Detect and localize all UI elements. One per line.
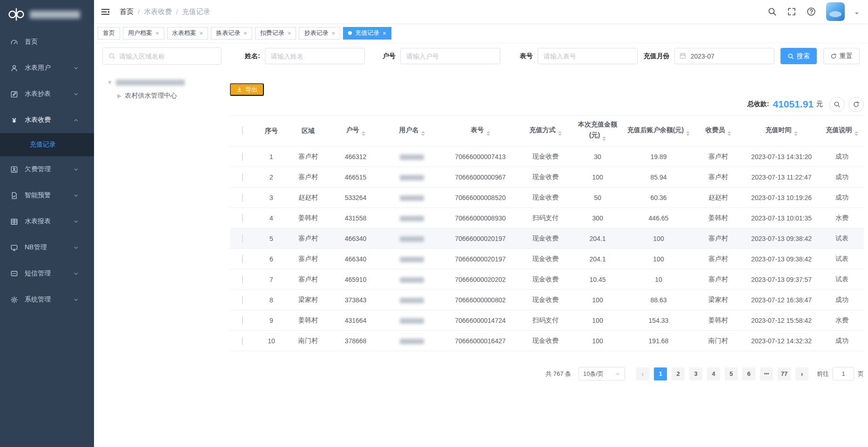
table-row[interactable]: 4姜韩村43155870666000008930扫码支付300446.65姜韩村… [230, 208, 864, 228]
column-header-7[interactable]: 本次充值金额 (元) [572, 116, 624, 147]
cell-meter-no: 70666000000802 [441, 290, 519, 310]
row-checkbox[interactable] [242, 153, 243, 161]
tab-home[interactable]: 首页 [98, 27, 120, 40]
caret-down-icon[interactable]: ▼ [107, 79, 113, 86]
column-header-6[interactable]: 充值方式 [519, 116, 572, 147]
tab-close-icon[interactable]: × [155, 30, 159, 36]
row-checkbox[interactable] [242, 316, 243, 325]
search-button[interactable]: 搜索 [781, 48, 817, 64]
table-row[interactable]: 5寨卢村46634070666000020197现金收费204.1100寨卢村2… [230, 228, 864, 249]
table-row[interactable]: 10南门村37866870666000016427现金收费100191.68南门… [230, 331, 864, 351]
row-checkbox[interactable] [242, 193, 243, 202]
name-filter-input[interactable] [265, 48, 365, 64]
table-row[interactable]: 3赵赵村53326470666000008520现金收费5060.36赵赵村20… [230, 187, 864, 208]
sidebar-item-billing[interactable]: ¥水表收费 [0, 107, 94, 133]
tab-meter-archive[interactable]: 水表档案× [167, 27, 209, 40]
reset-button[interactable]: 重置 [823, 48, 860, 64]
account-filter-input[interactable] [400, 48, 500, 64]
row-checkbox[interactable] [242, 296, 243, 304]
row-checkbox[interactable] [242, 275, 243, 284]
goto-page-input[interactable] [833, 367, 854, 380]
sidebar-item-arrears[interactable]: 欠费管理 [0, 156, 94, 182]
tree-child-node[interactable]: ▶ 农村供水管理中心 [102, 92, 222, 100]
hamburger-icon[interactable] [101, 7, 110, 17]
sidebar-item-system[interactable]: 系统管理 [0, 287, 94, 313]
table-row[interactable]: 1寨卢村46631270666000007413现金收费3019.89寨卢村20… [230, 147, 864, 167]
month-picker-input[interactable] [674, 48, 774, 64]
sidebar-item-home[interactable]: 首页 [0, 29, 94, 55]
row-checkbox[interactable] [242, 337, 243, 345]
tab-deduction[interactable]: 扣费记录× [255, 27, 296, 40]
next-page-button[interactable]: › [795, 367, 808, 380]
page-button-4[interactable]: 4 [707, 367, 720, 380]
sort-caret-icon[interactable] [421, 129, 425, 138]
column-header-10[interactable]: 充值时间 [743, 116, 820, 147]
search-icon[interactable] [767, 7, 777, 16]
sort-caret-icon[interactable] [362, 129, 365, 138]
tab-meter-reading[interactable]: 抄表记录× [299, 27, 340, 40]
sort-caret-icon[interactable] [794, 129, 798, 138]
tab-close-icon[interactable]: × [243, 30, 247, 36]
select-all-header[interactable] [230, 116, 255, 147]
table-row[interactable]: 7寨卢村46591070666000020202现金收费10.4510寨卢村20… [230, 269, 864, 290]
sidebar-item-users[interactable]: 水表用户 [0, 55, 94, 81]
fullscreen-icon[interactable] [787, 7, 796, 16]
page-ellipsis-button[interactable]: ••• [760, 367, 773, 380]
prev-page-button[interactable]: ‹ [636, 367, 649, 380]
help-icon[interactable] [807, 7, 816, 16]
sort-caret-icon[interactable] [602, 134, 606, 143]
tab-close-icon[interactable]: × [383, 30, 386, 36]
column-header-9[interactable]: 收费员 [693, 116, 743, 147]
table-row[interactable]: 9姜韩村43166470666000014724扫码支付100154.33姜韩村… [230, 310, 864, 331]
page-button-6[interactable]: 6 [742, 367, 755, 380]
select-all-checkbox[interactable] [242, 127, 243, 135]
summary-search-button[interactable] [829, 97, 845, 112]
page-button-1[interactable]: 1 [654, 367, 667, 380]
column-header-11[interactable]: 充值说明 [820, 116, 864, 147]
sidebar-item-label: 首页 [25, 38, 38, 46]
page-button-77[interactable]: 77 [778, 367, 791, 380]
column-header-4[interactable]: 用户名 [383, 116, 441, 147]
tab-meter-change[interactable]: 换表记录× [211, 27, 252, 40]
tab-recharge-records[interactable]: 充值记录× [343, 27, 391, 40]
row-checkbox[interactable] [242, 173, 243, 181]
page-button-2[interactable]: 2 [672, 367, 685, 380]
sort-caret-icon[interactable] [686, 129, 690, 138]
row-checkbox[interactable] [242, 255, 243, 263]
tab-user-archive[interactable]: 用户档案× [123, 27, 164, 40]
table-row[interactable]: 6寨卢村46634070666000020197现金收费204.1100寨卢村2… [230, 249, 864, 269]
caret-down-icon[interactable] [855, 13, 859, 16]
tab-close-icon[interactable]: × [288, 30, 291, 36]
column-header-3[interactable]: 户号 [329, 116, 383, 147]
row-checkbox[interactable] [242, 234, 243, 243]
row-checkbox[interactable] [242, 214, 243, 222]
table-row[interactable]: 2寨卢村46651570666000000967现金收费10085.94寨卢村2… [230, 167, 864, 187]
sidebar-item-reports[interactable]: 水表报表 [0, 208, 94, 234]
meter-filter-input[interactable] [538, 48, 638, 64]
region-search-input[interactable] [119, 53, 215, 60]
sidebar-item-recharge-records[interactable]: 充值记录 [0, 133, 94, 156]
sort-caret-icon[interactable] [486, 129, 490, 138]
page-button-5[interactable]: 5 [725, 367, 738, 380]
page-size-select[interactable]: 10条/页 [579, 367, 625, 380]
breadcrumb-item[interactable]: 首页 [120, 7, 134, 16]
caret-right-icon[interactable]: ▶ [117, 93, 121, 99]
sort-caret-icon[interactable] [727, 129, 731, 138]
page-button-3[interactable]: 3 [689, 367, 702, 380]
sort-caret-icon[interactable] [558, 129, 562, 138]
tree-root-node[interactable]: ▼ [102, 79, 222, 86]
filter-row: 姓名: 户号 表号 充值月份 [94, 47, 868, 65]
sidebar-item-nb[interactable]: NB管理 [0, 234, 94, 260]
table-row[interactable]: 8梁家村37384370666000000802现金收费10088.63梁家村2… [230, 290, 864, 310]
export-button[interactable]: 导出 [230, 83, 264, 96]
sidebar-item-sms[interactable]: 短信管理 [0, 260, 94, 287]
tab-close-icon[interactable]: × [331, 30, 335, 36]
sort-caret-icon[interactable] [855, 129, 858, 138]
sidebar-item-alerts[interactable]: 智能预警 [0, 182, 94, 208]
column-header-5[interactable]: 表号 [441, 116, 519, 147]
avatar[interactable] [826, 2, 845, 21]
tab-close-icon[interactable]: × [200, 30, 203, 36]
sidebar-item-reading[interactable]: 水表抄表 [0, 81, 94, 107]
summary-refresh-button[interactable] [848, 97, 864, 112]
column-header-8[interactable]: 充值后账户余额(元) [624, 116, 693, 147]
